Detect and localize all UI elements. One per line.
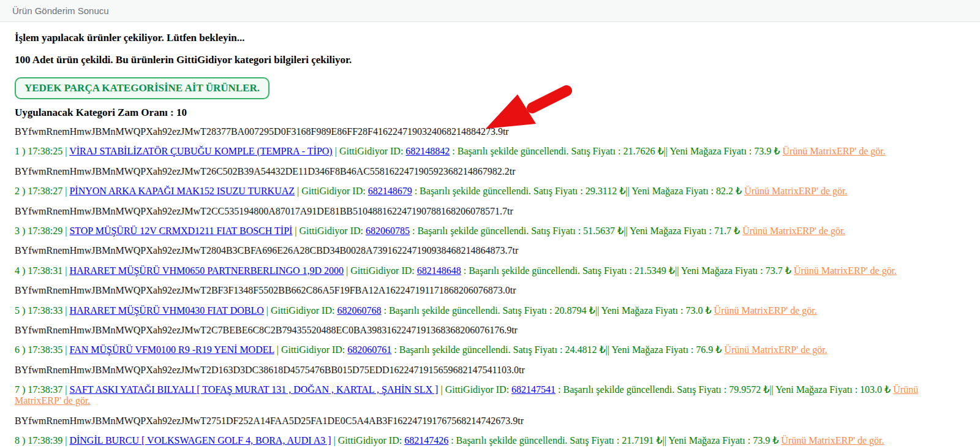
product-link[interactable]: PİNYON ARKA KAPAĞI MAK152 ISUZU TURKUAZ: [69, 186, 295, 196]
product-link[interactable]: VİRAJ STABİLİZATÖR ÇUBUĞU KOMPLE (TEMPRA…: [69, 146, 333, 156]
token-line: BYfwmRnemHmwJBMnMWQPXah92ezJMwT2804B3CBF…: [15, 245, 965, 256]
product-result-row: 8 ) 17:38:39 | DİNGİL BURCU [ VOLKSWAGEN…: [15, 435, 965, 446]
row-status: : Başarılı şekilde güncellendi. Satış Fi…: [381, 305, 714, 316]
product-result-row: 1 ) 17:38:25 | VİRAJ STABİLİZATÖR ÇUBUĞU…: [15, 146, 965, 157]
gittigidiyor-id-link[interactable]: 682060761: [347, 344, 391, 355]
product-link[interactable]: HARARET MÜŞÜRÜ VHM0650 PARTNERBERLINGO 1…: [69, 265, 344, 276]
row-prefix: 3 ) 17:38:29 |: [15, 226, 69, 236]
token-line: BYfwmRnemHmwJBMnMWQPXah92ezJMwT2CC535194…: [15, 206, 965, 217]
status-line-fetching: İşlem yapılacak ürünler çekiliyor. Lütfe…: [15, 32, 965, 44]
row-status: : Başarılı şekilde güncellendi. Satış Fi…: [391, 344, 724, 355]
product-result-row: 6 ) 17:38:35 | FAN MÜŞÜRÜ VFM0100 R9 -R1…: [15, 344, 965, 355]
gittigidiyor-id-label: | GittiGidiyor ID:: [438, 384, 511, 395]
gittigidiyor-id-label: | GittiGidiyor ID:: [264, 305, 337, 316]
gittigidiyor-id-link[interactable]: 682060785: [366, 226, 410, 236]
row-prefix: 7 ) 17:38:37 |: [15, 384, 69, 395]
product-link[interactable]: SAFT ASKI YATAĞI BILYALI [ TOFAŞ MURAT 1…: [69, 384, 438, 395]
product-result-row: 4 ) 17:38:31 | HARARET MÜŞÜRÜ VHM0650 PA…: [15, 265, 965, 276]
row-prefix: 4 ) 17:38:31 |: [15, 265, 69, 276]
token-line: BYfwmRnemHmwJBMnMWQPXah92ezJMwT2D163D3DC…: [15, 365, 965, 376]
row-prefix: 5 ) 17:38:33 |: [15, 305, 69, 316]
row-status: : Başarılı şekilde güncellendi. Satış Fi…: [461, 265, 794, 276]
product-link[interactable]: FAN MÜŞÜRÜ VFM0100 R9 -R19 YENİ MODEL: [69, 344, 274, 355]
row-status: : Başarılı şekilde güncellendi. Satış Fi…: [448, 435, 781, 446]
row-status: : Başarılı şekilde güncellendi. Satış Fi…: [450, 146, 782, 156]
gittigidiyor-id-link[interactable]: 682148842: [405, 146, 450, 156]
gittigidiyor-id-label: | GittiGidiyor ID:: [274, 344, 348, 355]
row-status: : Başarılı şekilde güncellendi. Satış Fi…: [412, 186, 745, 196]
matrixerp-link[interactable]: Ürünü MatrixERP' de gör.: [744, 186, 847, 196]
matrixerp-link[interactable]: Ürünü MatrixERP' de gör.: [782, 146, 885, 156]
product-link[interactable]: STOP MÜŞÜRÜ 12V CRMXD1211 FIAT BOSCH TİP…: [69, 226, 292, 236]
matrixerp-link[interactable]: Ürünü MatrixERP' de gör.: [781, 435, 884, 446]
row-prefix: 8 ) 17:38:39 |: [15, 435, 69, 446]
product-result-row: 7 ) 17:38:37 | SAFT ASKI YATAĞI BILYALI …: [15, 384, 965, 407]
row-prefix: 1 ) 17:38:25 |: [15, 146, 69, 156]
red-arrow-icon: [480, 83, 573, 132]
token-line: BYfwmRnemHmwJBMnMWQPXah92ezJMwT26C502B39…: [15, 166, 965, 177]
matrixerp-link[interactable]: Ürünü MatrixERP' de gör.: [724, 344, 827, 355]
gittigidiyor-id-label: | GittiGidiyor ID:: [333, 146, 406, 156]
product-link[interactable]: HARARET MÜŞÜRÜ VHM0430 FIAT DOBLO: [69, 305, 263, 316]
panel-header: Ürün Gönderim Sonucu: [0, 0, 980, 22]
token-line: BYfwmRnemHmwJBMnMWQPXah92ezJMwT2751DF252…: [15, 416, 965, 427]
gittigidiyor-id-label: | GittiGidiyor ID:: [292, 226, 366, 236]
page-title: Ürün Gönderim Sonucu: [12, 6, 109, 16]
category-badge: YEDEK PARÇA KATEGORİSİNE AİT ÜRÜNLER.: [15, 77, 270, 99]
product-link[interactable]: DİNGİL BURCU [ VOLKSWAGEN GOLF 4, BORA, …: [69, 435, 331, 446]
status-line-fetched: 100 Adet ürün çekildi. Bu ürünlerin Gitt…: [15, 54, 965, 66]
row-status: : Başarılı şekilde güncellendi. Satış Fi…: [556, 384, 893, 395]
gittigidiyor-id-label: | GittiGidiyor ID:: [331, 435, 405, 446]
row-prefix: 2 ) 17:38:27 |: [15, 186, 69, 196]
matrixerp-link[interactable]: Ürünü MatrixERP' de gör.: [794, 265, 897, 276]
product-result-row: 5 ) 17:38:33 | HARARET MÜŞÜRÜ VHM0430 FI…: [15, 305, 965, 316]
result-log: İşlem yapılacak ürünler çekiliyor. Lütfe…: [0, 22, 980, 447]
product-result-row: 2 ) 17:38:27 | PİNYON ARKA KAPAĞI MAK152…: [15, 186, 965, 197]
gittigidiyor-id-label: | GittiGidiyor ID:: [295, 186, 368, 196]
row-status: : Başarılı şekilde güncellendi. Satış Fi…: [410, 226, 742, 236]
gittigidiyor-id-link[interactable]: 682060768: [337, 305, 381, 316]
token-line: BYfwmRnemHmwJBMnMWQPXah92ezJMwT2BF3F1348…: [15, 285, 965, 296]
gittigidiyor-id-link[interactable]: 682147426: [404, 435, 448, 446]
token-line: BYfwmRnemHmwJBMnMWQPXah92ezJMwT2C7BEBE6C…: [15, 325, 965, 336]
gittigidiyor-id-link[interactable]: 682147541: [511, 384, 556, 395]
row-prefix: 6 ) 17:38:35 |: [15, 344, 69, 355]
matrixerp-link[interactable]: Ürünü MatrixERP' de gör.: [742, 226, 845, 236]
matrixerp-link[interactable]: Ürünü MatrixERP' de gör.: [714, 305, 817, 316]
gittigidiyor-id-label: | GittiGidiyor ID:: [344, 265, 417, 276]
gittigidiyor-id-link[interactable]: 682148648: [417, 265, 461, 276]
product-result-row: 3 ) 17:38:29 | STOP MÜŞÜRÜ 12V CRMXD1211…: [15, 226, 965, 237]
gittigidiyor-id-link[interactable]: 682148679: [368, 186, 412, 196]
